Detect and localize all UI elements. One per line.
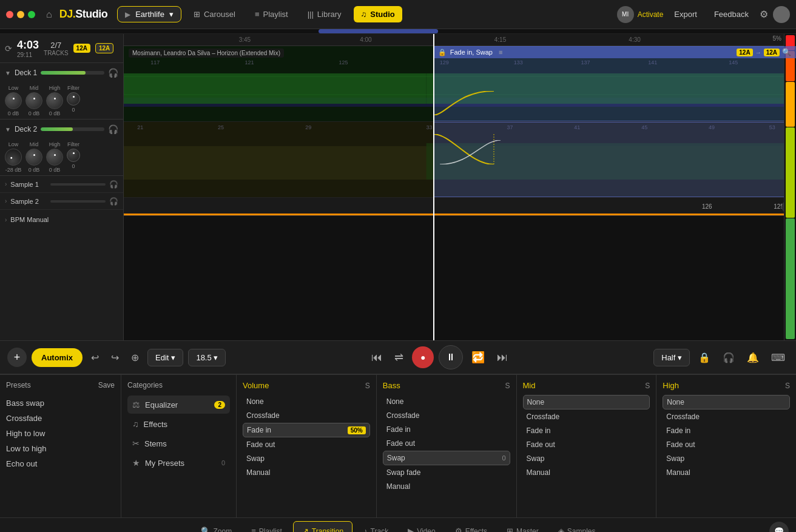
bass-swap-fade[interactable]: Swap fade — [383, 466, 510, 479]
timeline-area[interactable]: 3:45 4:00 4:15 4:30 Mosimann, Leandro Da… — [124, 34, 796, 340]
high-swap[interactable]: Swap — [663, 452, 790, 465]
play-pause-button[interactable]: ⏸ — [439, 345, 463, 369]
save-button[interactable]: Save — [98, 381, 115, 389]
mid-manual[interactable]: Manual — [523, 466, 650, 479]
carousel-nav[interactable]: ⊞ Carousel — [186, 6, 243, 22]
category-stems[interactable]: ✂ Stems — [127, 434, 230, 453]
record-button[interactable]: ● — [412, 346, 434, 368]
bpm-button[interactable]: 18.5 ▾ — [188, 349, 226, 366]
snap-button[interactable]: ⊕ — [127, 348, 143, 367]
export-button[interactable]: Export — [668, 6, 703, 22]
library-nav[interactable]: ||| Library — [300, 6, 349, 22]
mid-none[interactable]: None — [523, 395, 650, 409]
deck2-filter-knob[interactable] — [67, 149, 80, 162]
nav-video[interactable]: ▶ Video — [399, 522, 444, 532]
add-button[interactable]: + — [7, 348, 27, 367]
lock-button[interactable]: 🔒 — [695, 348, 714, 367]
bass-crossfade[interactable]: Crossfade — [383, 409, 510, 422]
high-s-button[interactable]: S — [785, 382, 790, 390]
nav-zoom[interactable]: 🔍 Zoom — [192, 522, 241, 532]
bass-manual[interactable]: Manual — [383, 480, 510, 493]
deck2-volume-bar[interactable] — [41, 127, 104, 131]
redo-button[interactable]: ↪ — [107, 348, 123, 367]
category-my-presets[interactable]: ★ My Presets 0 — [127, 454, 230, 472]
close-dot[interactable] — [6, 11, 13, 18]
mini-scrollbar[interactable] — [0, 29, 796, 34]
mid-swap[interactable]: Swap — [523, 452, 650, 465]
mid-s-button[interactable]: S — [645, 382, 650, 390]
mid-crossfade[interactable]: Crossfade — [523, 410, 650, 423]
keyboard-button[interactable]: ⌨ — [767, 348, 789, 367]
nav-transition[interactable]: ↗ Transition — [293, 521, 352, 532]
deck1-headphone-icon[interactable]: 🎧 — [108, 68, 118, 78]
crossfade-button[interactable]: ⇌ — [391, 347, 407, 368]
loop-button[interactable]: 🔁 — [468, 347, 488, 368]
deck1-mid-knob[interactable] — [25, 92, 42, 109]
category-effects[interactable]: ♫ Effects — [127, 415, 230, 433]
nav-playlist[interactable]: ≡ Playlist — [243, 522, 291, 532]
alert-button[interactable]: 🔔 — [743, 348, 763, 367]
volume-s-button[interactable]: S — [365, 382, 370, 390]
avatar[interactable] — [773, 6, 790, 23]
deck1-low-knob[interactable] — [5, 92, 22, 109]
mid-fade-in[interactable]: Fade in — [523, 424, 650, 437]
volume-crossfade[interactable]: Crossfade — [243, 409, 370, 422]
deck2-headphone-icon[interactable]: 🎧 — [108, 124, 118, 134]
chat-button[interactable]: 💬 — [769, 522, 789, 533]
high-none[interactable]: None — [663, 395, 790, 409]
studio-nav[interactable]: ♫ Studio — [354, 6, 402, 22]
volume-manual[interactable]: Manual — [243, 466, 370, 479]
high-fade-in[interactable]: Fade in — [663, 424, 790, 437]
volume-none[interactable]: None — [243, 395, 370, 408]
transition-menu-icon[interactable]: ≡ — [499, 49, 502, 56]
skip-back-button[interactable]: ⏮ — [368, 348, 386, 368]
nav-samples[interactable]: ◈ Samples — [550, 522, 604, 532]
volume-fade-in[interactable]: Fade in 50% — [243, 423, 370, 437]
deck2-low-knob[interactable] — [2, 146, 25, 169]
deck2-mid-knob[interactable] — [25, 149, 42, 166]
search-icon[interactable]: 🔍 — [782, 48, 791, 56]
transition-block[interactable]: 🔒 Fade in, Swap ≡ 12A → 12A 🔍 — [433, 46, 796, 58]
bass-swap[interactable]: Swap 0 — [383, 451, 510, 465]
nav-effects[interactable]: ⚙ Effects — [447, 522, 496, 532]
deck1-volume-bar[interactable] — [41, 71, 104, 75]
home-button[interactable]: ⌂ — [44, 7, 55, 22]
deck2-high-knob[interactable] — [46, 149, 63, 166]
nav-master[interactable]: ⊞ Master — [498, 522, 547, 532]
preset-crossfade[interactable]: Crossfade — [6, 411, 115, 426]
automix-button[interactable]: Automix — [32, 348, 83, 367]
deck2-track[interactable]: Transporto – EarthLife 21 25 29 33 37 41… — [124, 122, 796, 198]
bass-s-button[interactable]: S — [505, 382, 510, 390]
mid-fade-out[interactable]: Fade out — [523, 438, 650, 451]
bass-fade-in[interactable]: Fade in — [383, 423, 510, 436]
high-fade-out[interactable]: Fade out — [663, 438, 790, 451]
minimize-dot[interactable] — [17, 11, 24, 18]
volume-swap[interactable]: Swap — [243, 452, 370, 465]
fullscreen-dot[interactable] — [28, 11, 35, 18]
preset-bass-swap[interactable]: Bass swap — [6, 396, 115, 411]
playlist-nav[interactable]: ≡ Playlist — [248, 6, 295, 22]
headphone-button[interactable]: 🎧 — [719, 348, 738, 367]
settings-button[interactable]: ⚙ — [760, 8, 768, 20]
deck1-high-knob[interactable] — [46, 92, 63, 109]
project-selector[interactable]: ▶ Earthlife ▾ — [117, 6, 181, 22]
high-crossfade[interactable]: Crossfade — [663, 410, 790, 423]
half-button[interactable]: Half ▾ — [653, 349, 690, 366]
sample2-bar[interactable] — [50, 200, 106, 203]
skip-forward-button[interactable]: ⏭ — [493, 348, 511, 368]
edit-button[interactable]: Edit ▾ — [147, 349, 183, 366]
preset-low-to-high[interactable]: Low to high — [6, 441, 115, 456]
feedback-button[interactable]: Feedback — [708, 6, 755, 22]
deck1-filter-knob[interactable] — [67, 92, 80, 106]
preset-high-to-low[interactable]: High to low — [6, 426, 115, 441]
undo-button[interactable]: ↩ — [87, 348, 103, 367]
bass-none[interactable]: None — [383, 395, 510, 408]
high-manual[interactable]: Manual — [663, 466, 790, 479]
volume-fade-out[interactable]: Fade out — [243, 438, 370, 451]
sample1-bar[interactable] — [50, 183, 106, 186]
scroll-thumb[interactable] — [319, 29, 438, 33]
nav-track[interactable]: ♪ Track — [355, 522, 397, 532]
activate-button[interactable]: Activate — [638, 10, 664, 19]
category-equalizer[interactable]: ⚖ Equalizer 2 — [127, 396, 230, 414]
preset-echo-out[interactable]: Echo out — [6, 456, 115, 471]
